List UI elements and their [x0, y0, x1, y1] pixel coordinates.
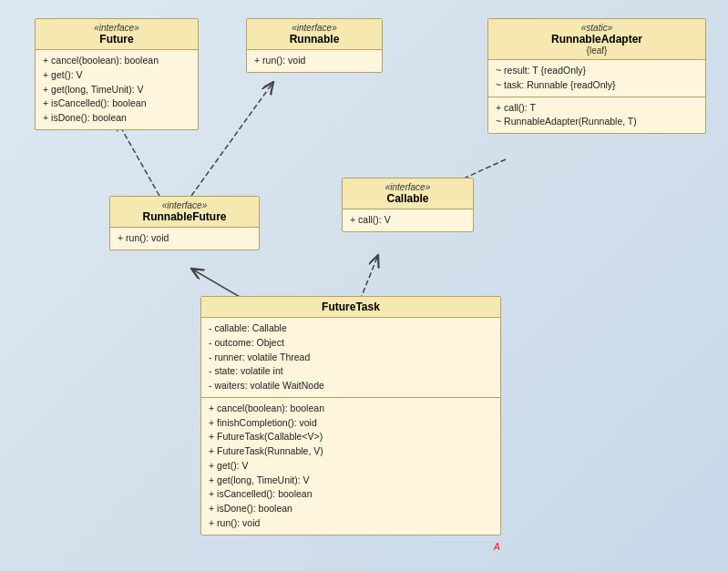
future-stereotype: «interface» [41, 23, 192, 33]
callable-box: «interface» Callable + call(): V [342, 178, 474, 232]
runnable-header: «interface» Runnable [247, 19, 382, 50]
futuretask-item-13: + isDone(): boolean [209, 502, 493, 516]
runnablefuture-stereotype: «interface» [116, 200, 253, 210]
futuretask-item-12: + isCancelled(): boolean [209, 487, 493, 502]
runnablefuture-header: «interface» RunnableFuture [110, 197, 259, 228]
runnableadapter-stereotype: «static» [494, 23, 700, 33]
runnable-item-1: + run(): void [254, 54, 374, 68]
future-item-1: + cancel(boolean): boolean [43, 54, 190, 68]
futuretask-item-11: + get(long, TimeUnit): V [209, 474, 493, 488]
runnable-stereotype: «interface» [252, 23, 376, 33]
futuretask-item-4: - state: volatile int [209, 364, 493, 379]
futuretask-item-6: + cancel(boolean): boolean [209, 402, 493, 416]
diagram-container: Future: dashed arrow going left-up --> R… [0, 0, 728, 571]
runnableadapter-item-3: + call(): T [496, 101, 698, 116]
future-box: «interface» Future + cancel(boolean): bo… [35, 18, 199, 130]
runnableadapter-header: «static» RunnableAdapter {leaf} [488, 19, 705, 60]
futuretask-item-1: - callable: Callable [209, 321, 493, 336]
future-header: «interface» Future [36, 19, 198, 50]
runnablefuture-section-1: + run(): void [110, 228, 259, 250]
futuretask-section-1: - callable: Callable - outcome: Object -… [201, 318, 500, 398]
runnable-section-1: + run(): void [247, 50, 382, 72]
runnablefuture-box: «interface» RunnableFuture + run(): void [109, 196, 260, 250]
future-item-2: + get(): V [43, 68, 190, 83]
callable-section-1: + call(): V [343, 209, 473, 231]
callable-stereotype: «interface» [348, 182, 467, 192]
runnableadapter-item-2: ~ task: Runnable {readOnly} [496, 78, 698, 93]
futuretask-box: FutureTask - callable: Callable - outcom… [200, 296, 501, 535]
arrow-runnablefuture-future [116, 118, 159, 196]
runnablefuture-item-1: + run(): void [118, 231, 251, 246]
runnableadapter-item-1: ~ result: T {readOnly} [496, 64, 698, 78]
callable-classname: Callable [348, 192, 467, 205]
future-section-1: + cancel(boolean): boolean + get(): V + … [36, 50, 198, 129]
futuretask-item-3: - runner: volatile Thread [209, 351, 493, 365]
futuretask-item-2: - outcome: Object [209, 336, 493, 351]
future-item-5: + isDone(): boolean [43, 111, 190, 126]
runnableadapter-section-1: ~ result: T {readOnly} ~ task: Runnable … [488, 60, 705, 97]
futuretask-section-2: + cancel(boolean): boolean + finishCompl… [201, 398, 500, 535]
futuretask-classname: FutureTask [207, 301, 495, 313]
futuretask-item-10: + get(): V [209, 459, 493, 474]
futuretask-item-14: + run(): void [209, 516, 493, 531]
future-classname: Future [41, 33, 192, 46]
futuretask-item-5: - waiters: volatile WaitNode [209, 379, 493, 393]
callable-header: «interface» Callable [343, 178, 473, 209]
future-item-4: + isCancelled(): boolean [43, 97, 190, 111]
future-item-3: + get(long, TimeUnit): V [43, 83, 190, 97]
runnableadapter-classname: RunnableAdapter [494, 33, 700, 46]
arrow-futuretask-callable [360, 255, 378, 301]
futuretask-item-9: + FutureTask(Runnable, V) [209, 444, 493, 459]
futuretask-item-8: + FutureTask(Callable<V>) [209, 430, 493, 444]
callable-item-1: + call(): V [350, 213, 466, 228]
runnableadapter-modifier: {leaf} [494, 46, 700, 56]
arrow-runnablefuture-runnable [191, 82, 273, 196]
runnableadapter-item-4: ~ RunnableAdapter(Runnable, T) [496, 115, 698, 129]
runnableadapter-box: «static» RunnableAdapter {leaf} ~ result… [487, 18, 706, 134]
runnableadapter-section-2: + call(): T ~ RunnableAdapter(Runnable, … [488, 97, 705, 134]
runnablefuture-classname: RunnableFuture [116, 210, 253, 223]
runnable-classname: Runnable [252, 33, 376, 46]
red-a-label: A [494, 542, 500, 552]
runnable-box: «interface» Runnable + run(): void [246, 18, 383, 73]
futuretask-item-7: + finishCompletion(): void [209, 416, 493, 431]
futuretask-header: FutureTask [201, 297, 500, 318]
